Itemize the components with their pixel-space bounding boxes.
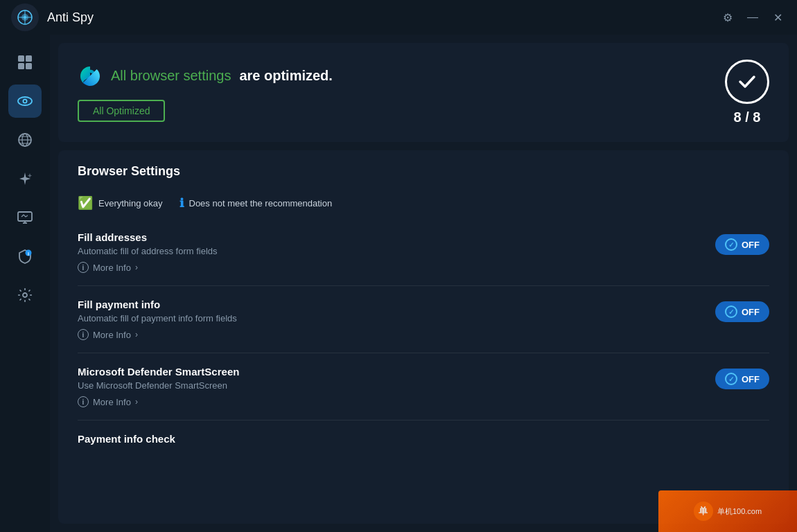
setting-row-left: Fill payment info Automatic fill of paym… xyxy=(78,299,701,340)
settings-list: Fill addresses Automatic fill of address… xyxy=(58,219,789,524)
legend-ok-icon: ✅ xyxy=(78,195,93,211)
setting-row-left: Microsoft Defender SmartScreen Use Micro… xyxy=(78,366,701,407)
settings-title: Browser Settings xyxy=(78,164,180,178)
setting-name-smartscreen: Microsoft Defender SmartScreen xyxy=(78,366,701,378)
setting-row-fill-payment: Fill payment info Automatic fill of paym… xyxy=(78,286,769,353)
svg-rect-7 xyxy=(18,63,24,69)
legend-warn-icon: ℹ xyxy=(179,196,184,211)
more-info-link-fill-payment[interactable]: i More Info › xyxy=(78,329,701,340)
legend-warn: ℹ Does not meet the recommendation xyxy=(179,196,333,211)
app-title: Anti Spy xyxy=(47,10,719,25)
toggle-check-icon-2: ✓ xyxy=(725,305,737,318)
sidebar-item-monitor[interactable] xyxy=(8,201,42,234)
setting-name-payment-check: Payment info check xyxy=(78,433,769,445)
more-info-link-fill-addresses[interactable]: i More Info › xyxy=(78,262,701,273)
header-left: All browser settings are optimized. All … xyxy=(78,64,333,122)
info-icon-fill-payment: i xyxy=(78,329,89,340)
chevron-smartscreen: › xyxy=(135,397,138,407)
app-logo xyxy=(11,3,39,31)
svg-rect-5 xyxy=(18,55,24,62)
main-layout: i xyxy=(0,35,797,532)
header-card: All browser settings are optimized. All … xyxy=(58,43,789,142)
score-text: 8 / 8 xyxy=(734,109,761,125)
more-info-text-fill-addresses: More Info xyxy=(93,263,131,273)
header-title: All browser settings are optimized. xyxy=(78,64,333,89)
toggle-label-smartscreen: OFF xyxy=(742,374,760,384)
more-info-link-smartscreen[interactable]: i More Info › xyxy=(78,396,701,407)
toggle-fill-payment[interactable]: ✓ OFF xyxy=(715,301,769,322)
watermark: 单 单机100.com xyxy=(658,490,797,532)
legend-ok: ✅ Everything okay xyxy=(78,195,163,211)
more-info-text-fill-payment: More Info xyxy=(93,330,131,340)
close-button[interactable]: ✕ xyxy=(769,9,786,26)
header-right: 8 / 8 xyxy=(725,60,769,125)
more-info-text-smartscreen: More Info xyxy=(93,397,131,407)
watermark-text: 单 单机100.com xyxy=(694,502,762,521)
minimize-button[interactable]: — xyxy=(744,9,761,26)
svg-point-22 xyxy=(23,293,27,297)
svg-point-11 xyxy=(24,100,26,103)
toggle-label-fill-payment: OFF xyxy=(742,307,760,317)
sidebar-item-antispy[interactable] xyxy=(8,85,42,118)
legend-ok-label: Everything okay xyxy=(98,198,163,209)
info-icon-smartscreen: i xyxy=(78,396,89,407)
toggle-label-fill-addresses: OFF xyxy=(742,240,760,250)
setting-row-fill-addresses: Fill addresses Automatic fill of address… xyxy=(78,219,769,286)
content-area: All browser settings are optimized. All … xyxy=(50,35,797,532)
setting-row-left: Fill addresses Automatic fill of address… xyxy=(78,231,701,273)
settings-button[interactable]: ⚙ xyxy=(719,9,736,26)
sidebar: i xyxy=(0,35,50,532)
sidebar-item-sparkles[interactable] xyxy=(8,162,42,195)
header-title-green: All browser settings xyxy=(111,68,231,84)
setting-desc-fill-payment: Automatic fill of payment info form fiel… xyxy=(78,313,701,323)
info-icon-fill-addresses: i xyxy=(78,262,89,273)
toggle-check-icon-3: ✓ xyxy=(725,373,737,385)
window-controls: ⚙ — ✕ xyxy=(719,9,786,26)
header-title-bold: are optimized. xyxy=(239,68,332,84)
setting-name-fill-addresses: Fill addresses xyxy=(78,231,701,243)
settings-header: Browser Settings xyxy=(58,150,789,187)
toggle-check-icon: ✓ xyxy=(725,238,737,251)
setting-row-left: Payment info check xyxy=(78,433,769,447)
setting-desc-fill-addresses: Automatic fill of address form fields xyxy=(78,246,701,256)
setting-row-smartscreen: Microsoft Defender SmartScreen Use Micro… xyxy=(78,353,769,420)
setting-row-payment-check: Payment info check xyxy=(78,420,769,460)
all-optimized-button[interactable]: All Optimized xyxy=(78,100,165,122)
toggle-fill-addresses[interactable]: ✓ OFF xyxy=(715,234,769,255)
sidebar-item-settings[interactable] xyxy=(8,278,42,312)
legend-warn-label: Does not meet the recommendation xyxy=(189,198,333,209)
svg-rect-6 xyxy=(26,55,32,62)
check-circle xyxy=(725,60,769,104)
chevron-fill-payment: › xyxy=(135,330,138,339)
sidebar-item-globe[interactable] xyxy=(8,123,42,157)
legend-row: ✅ Everything okay ℹ Does not meet the re… xyxy=(58,187,789,219)
svg-rect-8 xyxy=(26,63,32,69)
chevron-fill-addresses: › xyxy=(135,263,138,272)
sidebar-item-dashboard[interactable] xyxy=(8,46,42,79)
toggle-smartscreen[interactable]: ✓ OFF xyxy=(715,369,769,389)
svg-text:i: i xyxy=(28,251,29,256)
sidebar-item-shield[interactable]: i xyxy=(8,240,42,273)
settings-panel: Browser Settings ✅ Everything okay ℹ Doe… xyxy=(58,150,789,524)
setting-desc-smartscreen: Use Microsoft Defender SmartScreen xyxy=(78,380,701,391)
title-bar: Anti Spy ⚙ — ✕ xyxy=(0,0,797,35)
setting-name-fill-payment: Fill payment info xyxy=(78,299,701,310)
